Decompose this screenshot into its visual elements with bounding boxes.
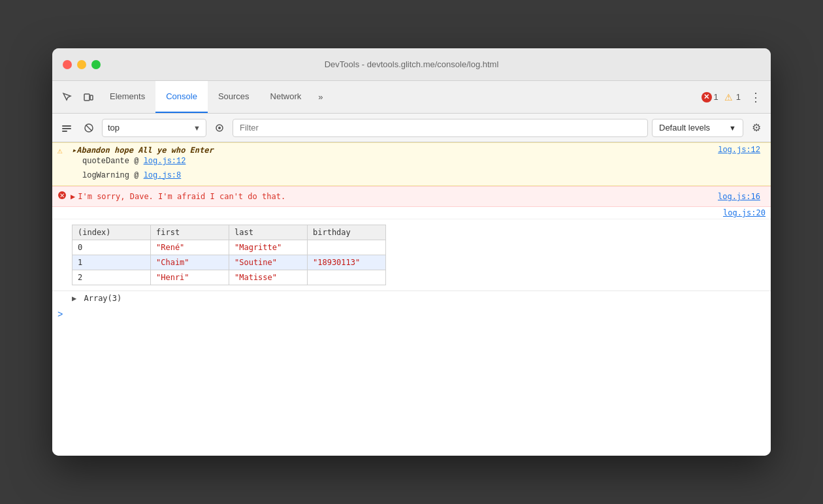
cell-0-index: 0 — [73, 240, 151, 255]
array-line[interactable]: ▶ Array(3) — [52, 291, 771, 306]
tab-list: Elements Console Sources Network » — [99, 81, 702, 113]
level-arrow: ▼ — [729, 124, 736, 132]
prompt-line: > — [52, 306, 771, 324]
cell-1-index: 1 — [73, 255, 151, 270]
svg-line-6 — [86, 125, 91, 131]
tab-network[interactable]: Network — [260, 81, 312, 113]
table-entry: (index) first last birthday 0 "René" "Ma… — [52, 219, 771, 291]
col-first: first — [151, 225, 229, 240]
stack-line-2: logWarning @ log.js:8 — [82, 169, 766, 183]
tab-overflow-button[interactable]: » — [312, 81, 329, 113]
warning-badge: ⚠ 1 — [724, 92, 741, 102]
device-toolbar-button[interactable] — [78, 87, 98, 107]
stack-line-1: quoteDante @ log.js:12 — [82, 155, 766, 169]
cell-2-birthday — [308, 270, 386, 285]
stop-button[interactable] — [80, 119, 98, 137]
window-title: DevTools - devtools.glitch.me/console/lo… — [325, 59, 499, 69]
cell-1-first: "Chaim" — [151, 255, 229, 270]
console-settings-button[interactable]: ⚙ — [747, 119, 766, 137]
error-icon: ✕ — [702, 92, 712, 102]
traffic-lights — [63, 60, 101, 69]
warning-entry: ⚠ ▸Abandon hope All ye who Enter log.js:… — [52, 142, 771, 186]
title-bar: DevTools - devtools.glitch.me/console/lo… — [52, 48, 771, 81]
cell-0-first: "René" — [151, 240, 229, 255]
minimize-button[interactable] — [77, 60, 86, 69]
stack-line1-link[interactable]: log.js:12 — [144, 157, 186, 166]
cell-1-last: "Soutine" — [229, 255, 308, 270]
cell-0-birthday — [308, 240, 386, 255]
error-badge: ✕ 1 — [702, 92, 718, 102]
table-ref-link[interactable]: log.js:20 — [718, 207, 771, 219]
log-level-selector[interactable]: Default levels ▼ — [652, 119, 743, 137]
svg-rect-1 — [90, 95, 93, 100]
warning-ref-link[interactable]: log.js:12 — [718, 146, 760, 155]
array-label: Array(3) — [84, 294, 121, 303]
error-entry-icon: ✕ — [57, 191, 67, 202]
table-body: 0 "René" "Magritte" 1 "Chaim" "Soutine" … — [73, 240, 386, 285]
cell-1-birthday: "18930113" — [308, 255, 386, 270]
cell-2-index: 2 — [73, 270, 151, 285]
cell-2-first: "Henri" — [151, 270, 229, 285]
console-toolbar: top ▼ Default levels ▼ ⚙ — [52, 114, 771, 142]
preserve-log-button[interactable] — [210, 119, 229, 137]
col-birthday: birthday — [308, 225, 386, 240]
array-expand-icon: ▶ — [72, 294, 76, 303]
warning-icon: ⚠ — [724, 92, 734, 102]
table-row: 0 "René" "Magritte" — [73, 240, 386, 255]
table-ref-line: log.js:20 — [52, 207, 771, 219]
error-expand-icon[interactable]: ▶ — [71, 192, 75, 202]
context-selector[interactable]: top ▼ — [102, 119, 206, 137]
tab-right-area: ✕ 1 ⚠ 1 ⋮ — [702, 87, 766, 107]
tab-elements[interactable]: Elements — [99, 81, 155, 113]
cell-2-last: "Matisse" — [229, 270, 308, 285]
warning-message: ▸Abandon hope All ye who Enter — [72, 146, 214, 155]
tab-sources[interactable]: Sources — [208, 81, 260, 113]
console-table: (index) first last birthday 0 "René" "Ma… — [72, 225, 386, 285]
devtools-tab-bar: Elements Console Sources Network » ✕ 1 ⚠ — [52, 81, 771, 114]
tab-console[interactable]: Console — [155, 81, 208, 113]
close-button[interactable] — [63, 60, 72, 69]
svg-rect-4 — [62, 131, 67, 132]
cell-0-last: "Magritte" — [229, 240, 308, 255]
devtools-menu-button[interactable]: ⋮ — [746, 87, 766, 107]
error-message: I'm sorry, Dave. I'm afraid I can't do t… — [78, 192, 718, 201]
warning-entry-icon: ⚠ — [57, 146, 63, 156]
warning-stack: quoteDante @ log.js:12 logWarning @ log.… — [72, 155, 766, 183]
maximize-button[interactable] — [91, 60, 101, 69]
error-ref-link[interactable]: log.js:16 — [718, 192, 760, 201]
devtools-window: DevTools - devtools.glitch.me/console/lo… — [52, 48, 771, 456]
stack-line2-link[interactable]: log.js:8 — [144, 171, 182, 180]
console-output: ⚠ ▸Abandon hope All ye who Enter log.js:… — [52, 142, 771, 456]
inspect-element-button[interactable] — [57, 87, 77, 107]
svg-point-8 — [218, 127, 221, 129]
error-entry: ✕ ▶ I'm sorry, Dave. I'm afraid I can't … — [52, 186, 771, 207]
col-index: (index) — [73, 225, 151, 240]
table-row: 2 "Henri" "Matisse" — [73, 270, 386, 285]
col-last: last — [229, 225, 308, 240]
filter-input[interactable] — [233, 119, 648, 137]
svg-rect-2 — [62, 125, 71, 127]
prompt-symbol: > — [57, 309, 63, 320]
svg-rect-3 — [62, 128, 71, 129]
table-header-row: (index) first last birthday — [73, 225, 386, 240]
table-row: 1 "Chaim" "Soutine" "18930113" — [73, 255, 386, 270]
svg-rect-0 — [84, 94, 89, 101]
svg-text:✕: ✕ — [59, 192, 65, 199]
context-arrow: ▼ — [193, 124, 201, 132]
clear-console-button[interactable] — [57, 119, 76, 137]
